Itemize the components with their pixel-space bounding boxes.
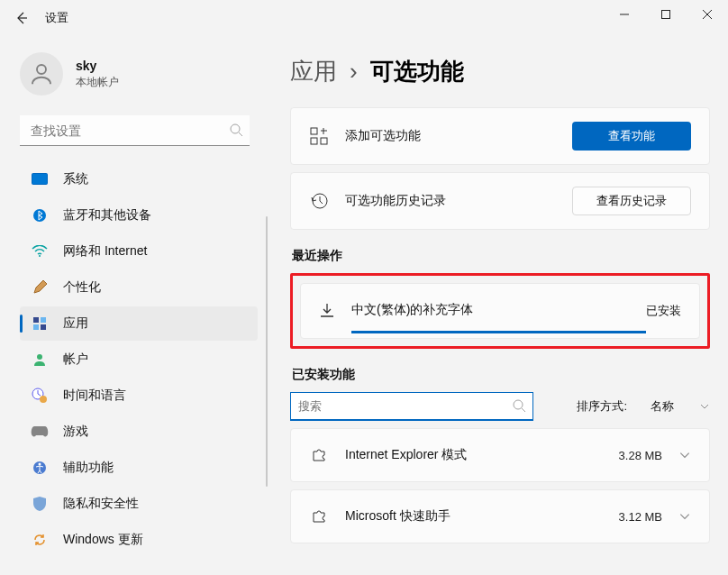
user-sub: 本地帐户 [76,75,119,90]
back-button[interactable] [11,7,32,29]
puzzle-icon [309,507,329,526]
nav-privacy[interactable]: 隐私和安全性 [20,487,258,521]
feature-name: Internet Explorer 模式 [345,447,619,463]
nav-time[interactable]: 时间和语言 [20,379,258,413]
download-icon [319,303,335,319]
view-history-button[interactable]: 查看历史记录 [572,187,691,215]
feature-size: 3.28 MB [619,449,662,462]
nav-label: 系统 [63,171,88,187]
update-icon [31,531,49,549]
maximize-icon [661,10,670,19]
chevron-right-icon: › [350,58,358,86]
search-icon [229,123,243,137]
svg-point-2 [231,124,240,133]
sidebar-scrollbar[interactable] [266,216,268,487]
svg-rect-8 [33,324,39,330]
nav-system[interactable]: 系统 [20,162,258,196]
svg-rect-17 [321,138,327,144]
bluetooth-icon [31,206,49,224]
person-icon [28,60,55,87]
installed-section-title: 已安装功能 [292,367,710,383]
breadcrumb-parent[interactable]: 应用 [290,56,337,87]
sort-label: 排序方式: [577,398,627,415]
accessibility-icon [31,459,49,477]
nav-bluetooth[interactable]: 蓝牙和其他设备 [20,198,258,233]
nav-label: 应用 [63,315,88,332]
clock-globe-icon [31,387,49,405]
svg-rect-0 [662,11,670,19]
maximize-button[interactable] [645,0,687,29]
view-features-button[interactable]: 查看功能 [572,122,691,151]
nav-label: 时间和语言 [63,388,126,404]
add-feature-row: 添加可选功能 查看功能 [291,108,709,164]
close-button[interactable] [687,0,728,29]
highlight-annotation: 中文(繁体)的补充字体 已安装 [290,273,710,349]
recent-item[interactable]: 中文(繁体)的补充字体 已安装 [300,283,700,339]
history-icon [309,191,329,211]
nav-label: 网络和 Internet [63,243,147,260]
nav-network[interactable]: 网络和 Internet [20,234,258,269]
svg-rect-15 [311,128,317,134]
minimize-button[interactable] [604,0,645,29]
arrow-left-icon [14,11,29,25]
feature-row[interactable]: Microsoft 快速助手 3.12 MB [291,490,709,543]
close-icon [703,10,712,19]
paint-icon [31,278,49,297]
installed-search-input[interactable] [290,392,533,421]
feature-row[interactable]: Internet Explorer 模式 3.28 MB [291,429,709,481]
chevron-down-icon[interactable] [699,401,710,412]
breadcrumb: 应用 › 可选功能 [290,56,710,87]
svg-point-10 [37,354,42,360]
user-account[interactable]: sky 本地帐户 [20,49,263,99]
window-title: 设置 [45,10,68,26]
svg-rect-9 [41,324,46,330]
nav-apps[interactable]: 应用 [20,306,258,341]
wifi-icon [31,242,49,260]
shield-icon [31,495,49,513]
avatar [20,52,63,96]
nav-accounts[interactable]: 帐户 [20,342,258,377]
search-input[interactable] [20,115,250,146]
nav-gaming[interactable]: 游戏 [20,415,258,449]
history-row: 可选功能历史记录 查看历史记录 [291,173,709,229]
svg-point-14 [39,463,41,466]
chevron-down-icon [678,510,691,523]
svg-rect-16 [311,138,317,144]
nav-update[interactable]: Windows 更新 [20,523,258,557]
svg-point-12 [40,396,47,403]
add-grid-icon [309,126,329,146]
nav-label: Windows 更新 [63,532,143,548]
svg-rect-3 [32,174,48,185]
recent-section-title: 最近操作 [292,248,710,264]
nav-label: 蓝牙和其他设备 [63,207,151,224]
nav-personalize[interactable]: 个性化 [20,270,258,305]
svg-rect-7 [41,317,46,323]
nav-label: 辅助功能 [63,460,114,476]
add-feature-label: 添加可选功能 [345,128,572,144]
gamepad-icon [31,423,49,441]
minimize-icon [620,10,629,19]
display-icon [31,170,49,188]
page-title: 可选功能 [370,56,464,87]
main-content: 应用 › 可选功能 添加可选功能 查看功能 可选功能历史记录 查看历史记录 最近… [270,36,728,575]
recent-item-status: 已安装 [646,303,681,319]
search-icon [512,398,526,413]
apps-icon [31,315,49,333]
feature-size: 3.12 MB [619,510,662,524]
nav-label: 隐私和安全性 [63,496,139,512]
svg-point-1 [37,65,46,74]
svg-point-19 [514,400,523,409]
svg-point-5 [39,255,41,257]
sidebar: sky 本地帐户 系统 蓝牙和其他设备 网络和 Internet 个性化 应用 … [0,36,270,575]
nav-label: 帐户 [63,351,88,368]
recent-item-name: 中文(繁体)的补充字体 [351,302,646,333]
feature-name: Microsoft 快速助手 [345,508,619,525]
user-name: sky [76,59,119,73]
puzzle-icon [309,445,329,465]
nav-label: 游戏 [63,424,88,440]
history-label: 可选功能历史记录 [345,193,572,209]
sort-value[interactable]: 名称 [651,398,674,415]
chevron-down-icon [678,449,691,461]
nav-accessibility[interactable]: 辅助功能 [20,451,258,485]
svg-rect-6 [33,317,39,323]
